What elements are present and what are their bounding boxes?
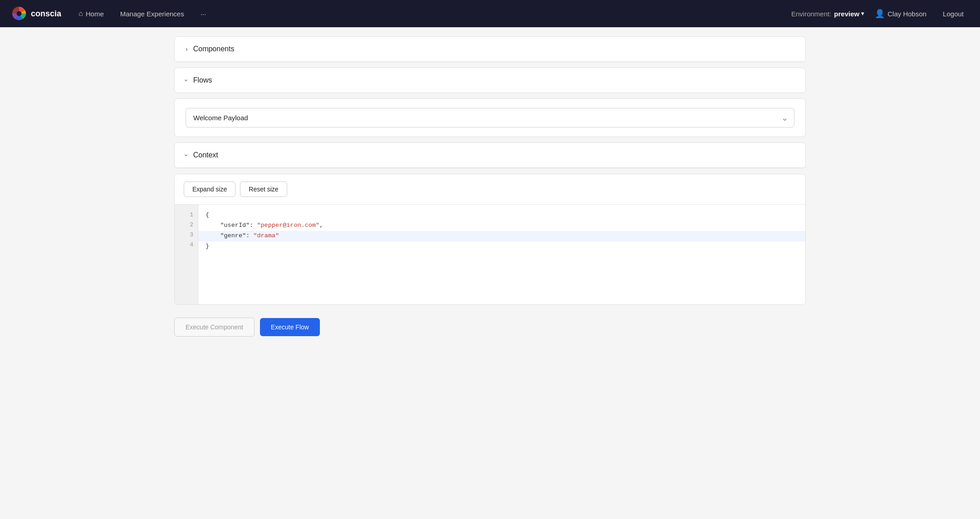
svg-point-1 [17, 11, 22, 16]
user-icon: 👤 [875, 9, 885, 19]
editor-container: Expand size Reset size 1 2 3 4 { "userId… [174, 174, 806, 305]
main-content: › Components › Flows Welcome Payload ⌄ ›… [163, 27, 817, 351]
environment-value[interactable]: preview ▾ [834, 10, 864, 18]
line-number-5 [179, 250, 193, 260]
nav-home-label: Home [86, 10, 104, 18]
flows-chevron-icon: › [183, 79, 190, 82]
payload-select[interactable]: Welcome Payload [186, 108, 794, 127]
more-icon: ··· [201, 10, 206, 18]
line-number-4: 4 [179, 240, 193, 250]
context-section: › Context [174, 142, 806, 168]
code-line-4: } [206, 241, 798, 252]
nav-home[interactable]: ⌂ Home [72, 6, 110, 21]
components-title: Components [193, 45, 235, 53]
home-icon: ⌂ [78, 10, 83, 18]
nav-manage-experiences[interactable]: Manage Experiences [114, 6, 191, 21]
payload-select-wrapper: Welcome Payload ⌄ [186, 108, 794, 127]
expand-size-button[interactable]: Expand size [184, 181, 235, 197]
reset-size-button[interactable]: Reset size [240, 181, 287, 197]
line-number-3: 3 [179, 230, 193, 240]
line-numbers: 1 2 3 4 [175, 205, 198, 304]
code-editor[interactable]: 1 2 3 4 { "userId": "pepper@iron.com", "… [175, 205, 805, 304]
environment-label: Environment: [791, 10, 831, 18]
logo-text: conscia [31, 9, 61, 19]
logo-icon [11, 5, 27, 22]
code-line-2: "userId": "pepper@iron.com", [206, 220, 798, 231]
line-number-6 [179, 260, 193, 270]
payload-section: Welcome Payload ⌄ [174, 98, 806, 137]
nav-more[interactable]: ··· [194, 6, 213, 21]
user-menu[interactable]: 👤 Clay Hobson [867, 9, 934, 19]
line-number-7 [179, 270, 193, 280]
execute-flow-button[interactable]: Execute Flow [260, 318, 320, 336]
flows-section: › Flows [174, 68, 806, 93]
logo[interactable]: conscia [11, 5, 61, 22]
chevron-down-icon: ▾ [861, 10, 864, 17]
code-line-5 [206, 252, 798, 262]
code-line-7 [206, 273, 798, 283]
context-title: Context [193, 151, 218, 159]
context-chevron-icon: › [183, 154, 190, 157]
code-line-1: { [206, 210, 798, 220]
user-name: Clay Hobson [887, 10, 926, 18]
components-header[interactable]: › Components [175, 37, 805, 62]
components-chevron-icon: › [186, 45, 188, 53]
line-number-1: 1 [179, 210, 193, 220]
navbar: conscia ⌂ Home Manage Experiences ··· En… [0, 0, 980, 27]
flows-title: Flows [193, 76, 212, 84]
code-content[interactable]: { "userId": "pepper@iron.com", "genre": … [198, 205, 805, 304]
footer-bar: Execute Component Execute Flow [174, 312, 806, 342]
execute-component-button: Execute Component [174, 318, 255, 337]
nav-manage-label: Manage Experiences [120, 10, 184, 18]
context-header[interactable]: › Context [175, 143, 805, 168]
editor-toolbar: Expand size Reset size [175, 174, 805, 205]
flows-header[interactable]: › Flows [175, 68, 805, 93]
environment-selector[interactable]: Environment: preview ▾ [791, 10, 864, 18]
logout-button[interactable]: Logout [937, 6, 969, 21]
line-number-2: 2 [179, 220, 193, 230]
code-line-3: "genre": "drama" [198, 231, 805, 241]
code-line-6 [206, 262, 798, 273]
components-section: › Components [174, 36, 806, 62]
